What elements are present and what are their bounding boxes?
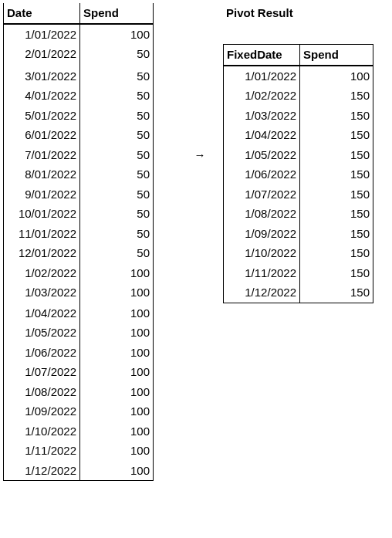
empty-cell [177, 224, 223, 244]
empty-cell [223, 421, 300, 442]
gap-cell [154, 362, 177, 382]
gap-cell [154, 401, 177, 421]
right-date-cell: 1/10/2022 [223, 243, 300, 263]
empty-cell [177, 125, 223, 145]
empty-cell [177, 184, 223, 205]
left-spend-cell: 50 [80, 164, 154, 184]
empty-cell [177, 382, 223, 402]
empty-cell [177, 362, 223, 382]
left-date-cell: 1/10/2022 [3, 421, 80, 442]
left-date-cell: 1/09/2022 [3, 401, 80, 421]
gap-cell [154, 125, 177, 145]
gap-cell [154, 461, 177, 482]
right-spend-cell: 150 [300, 263, 373, 283]
left-date-cell: 12/01/2022 [3, 243, 80, 263]
gap-cell [154, 323, 177, 343]
left-date-cell: 1/08/2022 [3, 382, 80, 402]
left-header-spend: Spend [80, 3, 154, 25]
gap-cell [154, 145, 177, 165]
right-spend-cell: 150 [300, 86, 373, 106]
left-date-cell: 1/03/2022 [3, 283, 80, 303]
empty-cell [177, 303, 223, 323]
left-date-cell: 10/01/2022 [3, 204, 80, 224]
right-spend-cell: 150 [300, 283, 373, 303]
left-spend-cell: 50 [80, 86, 154, 106]
gap-cell [154, 224, 177, 244]
empty-cell [223, 343, 300, 363]
right-date-cell: 1/12/2022 [223, 283, 300, 303]
left-header-date: Date [3, 3, 80, 25]
empty-cell [300, 303, 373, 323]
empty-cell [177, 106, 223, 126]
empty-cell [223, 303, 300, 323]
right-spend-cell: 150 [300, 224, 373, 244]
gap-cell [154, 421, 177, 442]
empty-cell [300, 401, 373, 421]
left-date-cell: 4/01/2022 [3, 86, 80, 106]
arrow-icon: → [177, 145, 223, 165]
empty-cell [177, 441, 223, 461]
gap-cell [154, 3, 177, 25]
empty-cell [177, 44, 223, 66]
empty-cell [223, 362, 300, 382]
left-spend-cell: 100 [80, 283, 154, 303]
left-date-cell: 8/01/2022 [3, 164, 80, 184]
right-date-cell: 1/08/2022 [223, 204, 300, 224]
empty-cell [177, 461, 223, 482]
gap-cell [154, 382, 177, 402]
right-date-cell: 1/03/2022 [223, 106, 300, 126]
gap-cell [154, 184, 177, 205]
gap-cell [154, 86, 177, 106]
right-date-cell: 1/09/2022 [223, 224, 300, 244]
right-date-cell: 1/07/2022 [223, 184, 300, 205]
empty-cell [177, 164, 223, 184]
empty-cell [223, 382, 300, 402]
empty-cell [177, 421, 223, 442]
left-spend-cell: 50 [80, 106, 154, 126]
empty-cell [177, 66, 223, 86]
gap-cell [154, 441, 177, 461]
empty-cell [223, 25, 300, 45]
pivot-title: Pivot Result [223, 3, 300, 25]
right-spend-cell: 150 [300, 184, 373, 205]
gap-cell [154, 283, 177, 303]
left-spend-cell: 100 [80, 25, 154, 45]
empty-cell [177, 263, 223, 283]
empty-cell [300, 421, 373, 442]
empty-cell [177, 401, 223, 421]
gap-cell [154, 263, 177, 283]
right-date-cell: 1/11/2022 [223, 263, 300, 283]
right-date-cell: 1/06/2022 [223, 164, 300, 184]
empty-cell [177, 3, 223, 25]
empty-cell [177, 25, 223, 45]
gap-cell [154, 106, 177, 126]
gap-cell [154, 343, 177, 363]
left-date-cell: 5/01/2022 [3, 106, 80, 126]
empty-cell [177, 243, 223, 263]
gap-cell [154, 66, 177, 86]
empty-cell [300, 323, 373, 343]
left-spend-cell: 100 [80, 343, 154, 363]
right-header-spend: Spend [300, 44, 373, 66]
empty-cell [300, 461, 373, 482]
left-spend-cell: 100 [80, 421, 154, 442]
right-date-cell: 1/05/2022 [223, 145, 300, 165]
empty-cell [177, 343, 223, 363]
empty-cell [223, 441, 300, 461]
left-date-cell: 6/01/2022 [3, 125, 80, 145]
left-spend-cell: 100 [80, 263, 154, 283]
left-spend-cell: 50 [80, 125, 154, 145]
left-spend-cell: 50 [80, 243, 154, 263]
right-spend-cell: 150 [300, 164, 373, 184]
left-spend-cell: 100 [80, 401, 154, 421]
gap-cell [154, 303, 177, 323]
left-date-cell: 7/01/2022 [3, 145, 80, 165]
left-spend-cell: 50 [80, 44, 154, 66]
empty-cell [300, 382, 373, 402]
gap-cell [154, 164, 177, 184]
right-spend-cell: 150 [300, 106, 373, 126]
left-date-cell: 1/01/2022 [3, 25, 80, 45]
gap-cell [154, 25, 177, 45]
right-date-cell: 1/04/2022 [223, 125, 300, 145]
left-date-cell: 1/05/2022 [3, 323, 80, 343]
